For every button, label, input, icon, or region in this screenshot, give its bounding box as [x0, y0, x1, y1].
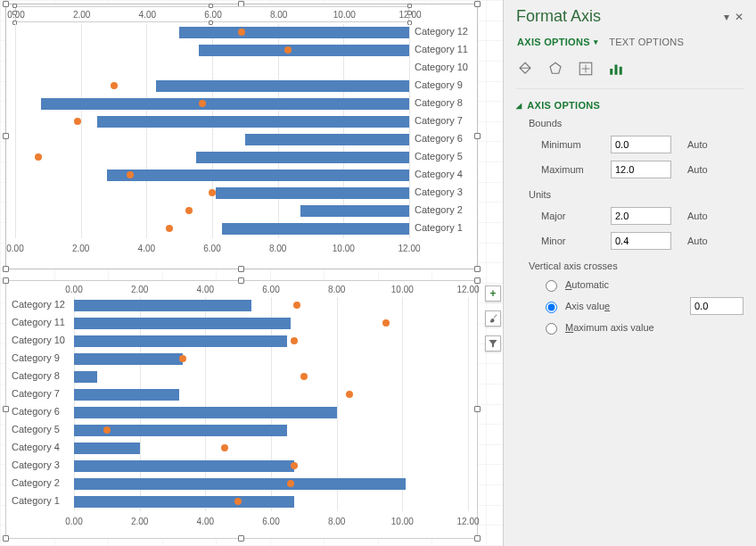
- bar[interactable]: [156, 80, 409, 92]
- fill-bucket-icon[interactable]: [516, 60, 534, 78]
- resize-handle[interactable]: [474, 1, 481, 7]
- resize-handle[interactable]: [12, 4, 17, 8]
- section-axis-options[interactable]: ◢AXIS OPTIONS: [516, 100, 744, 111]
- resize-handle[interactable]: [3, 133, 9, 139]
- resize-handle[interactable]: [209, 4, 213, 8]
- category-label: Category 8: [415, 97, 463, 108]
- label-radio-automatic[interactable]: Automatic: [565, 279, 609, 290]
- marker[interactable]: [199, 100, 206, 107]
- bar[interactable]: [107, 170, 409, 181]
- marker[interactable]: [103, 426, 111, 434]
- marker[interactable]: [293, 302, 300, 309]
- input-maximum[interactable]: [611, 161, 671, 178]
- chart-filters-button[interactable]: [485, 335, 501, 352]
- tick-label: 0.00: [61, 517, 87, 526]
- chart-elements-button[interactable]: +: [485, 285, 501, 302]
- bar[interactable]: [74, 407, 337, 418]
- resize-handle[interactable]: [238, 266, 244, 272]
- bar[interactable]: [74, 496, 294, 508]
- resize-handle[interactable]: [474, 535, 481, 542]
- x-axis-top[interactable]: 0.002.004.006.008.0010.0012.00: [15, 6, 409, 22]
- chart-top[interactable]: 0.002.004.006.008.0010.0012.00Category 1…: [5, 4, 478, 269]
- bar[interactable]: [74, 318, 291, 329]
- close-icon[interactable]: ✕: [735, 11, 744, 23]
- resize-handle[interactable]: [238, 535, 244, 542]
- marker[interactable]: [346, 391, 353, 398]
- marker[interactable]: [166, 225, 173, 232]
- bar[interactable]: [74, 335, 287, 347]
- resize-handle[interactable]: [474, 266, 481, 272]
- marker[interactable]: [111, 82, 118, 89]
- tick-label: 0.00: [61, 285, 87, 294]
- radio-axis-value[interactable]: [546, 302, 557, 313]
- radio-max-value[interactable]: [546, 323, 557, 335]
- resize-handle[interactable]: [407, 11, 412, 15]
- marker[interactable]: [382, 319, 390, 327]
- label-radio-axis-value[interactable]: Axis value: [565, 301, 610, 311]
- bar[interactable]: [97, 116, 409, 128]
- plot-area[interactable]: Category 12Category 11Category 10Categor…: [15, 24, 409, 238]
- resize-handle[interactable]: [3, 406, 9, 412]
- bar[interactable]: [74, 443, 140, 454]
- resize-handle[interactable]: [3, 266, 9, 272]
- resize-handle[interactable]: [474, 277, 481, 284]
- input-minor[interactable]: [611, 232, 671, 250]
- auto-minor[interactable]: Auto: [687, 236, 708, 246]
- marker[interactable]: [179, 355, 186, 362]
- resize-handle[interactable]: [3, 277, 9, 284]
- plot-area[interactable]: Category 12Category 11Category 10Categor…: [74, 297, 468, 511]
- marker[interactable]: [127, 171, 134, 178]
- label-crosses: Vertical axis crosses: [516, 253, 744, 275]
- marker[interactable]: [284, 46, 292, 54]
- chart-bottom[interactable]: 0.002.004.006.008.0010.0012.00Category 1…: [5, 280, 478, 539]
- resize-handle[interactable]: [3, 1, 9, 7]
- input-major[interactable]: [611, 207, 671, 225]
- tab-axis-options[interactable]: AXIS OPTIONS▾: [516, 35, 599, 49]
- radio-automatic[interactable]: [546, 280, 557, 292]
- chart-row: Category 8: [74, 368, 468, 386]
- pentagon-icon[interactable]: [546, 60, 564, 78]
- auto-max[interactable]: Auto: [687, 164, 708, 175]
- bar[interactable]: [74, 371, 97, 383]
- resize-handle[interactable]: [474, 406, 481, 412]
- marker[interactable]: [291, 462, 298, 469]
- bar[interactable]: [74, 353, 183, 365]
- bar[interactable]: [300, 205, 409, 217]
- resize-handle[interactable]: [407, 4, 412, 8]
- bar[interactable]: [74, 300, 251, 311]
- bar[interactable]: [74, 478, 406, 490]
- marker[interactable]: [209, 189, 216, 196]
- bar[interactable]: [245, 134, 409, 145]
- bar[interactable]: [74, 389, 179, 401]
- input-cross-value[interactable]: [690, 297, 744, 315]
- input-minimum[interactable]: [611, 136, 671, 153]
- bar[interactable]: [199, 45, 409, 56]
- auto-major[interactable]: Auto: [687, 211, 708, 221]
- bar[interactable]: [216, 187, 409, 199]
- chart-row: Category 7: [74, 386, 468, 404]
- marker[interactable]: [74, 118, 81, 125]
- resize-handle[interactable]: [12, 11, 17, 15]
- size-props-icon[interactable]: [577, 60, 595, 78]
- x-axis-bottom[interactable]: 0.002.004.006.008.0010.0012.00: [74, 515, 468, 527]
- marker[interactable]: [35, 153, 42, 161]
- tab-text-options[interactable]: TEXT OPTIONS: [608, 35, 685, 49]
- bar[interactable]: [41, 98, 409, 110]
- resize-handle[interactable]: [474, 133, 481, 139]
- x-axis-top[interactable]: 0.002.004.006.008.0010.0012.00: [74, 283, 468, 295]
- chart-styles-button[interactable]: [485, 310, 501, 327]
- bar[interactable]: [196, 152, 409, 163]
- bar[interactable]: [179, 27, 409, 38]
- label-radio-max-value[interactable]: Maximum axis value: [565, 322, 654, 333]
- marker[interactable]: [291, 337, 298, 344]
- bar[interactable]: [74, 460, 294, 472]
- panel-options-icon[interactable]: ▾: [724, 11, 729, 23]
- bar[interactable]: [222, 223, 409, 235]
- marker[interactable]: [221, 444, 228, 451]
- marker[interactable]: [300, 373, 308, 380]
- bar-chart-icon[interactable]: [607, 60, 625, 78]
- marker[interactable]: [185, 207, 193, 214]
- resize-handle[interactable]: [3, 535, 9, 542]
- x-axis-bottom[interactable]: 0.002.004.006.008.0010.0012.00: [15, 242, 409, 254]
- auto-min[interactable]: Auto: [687, 139, 708, 150]
